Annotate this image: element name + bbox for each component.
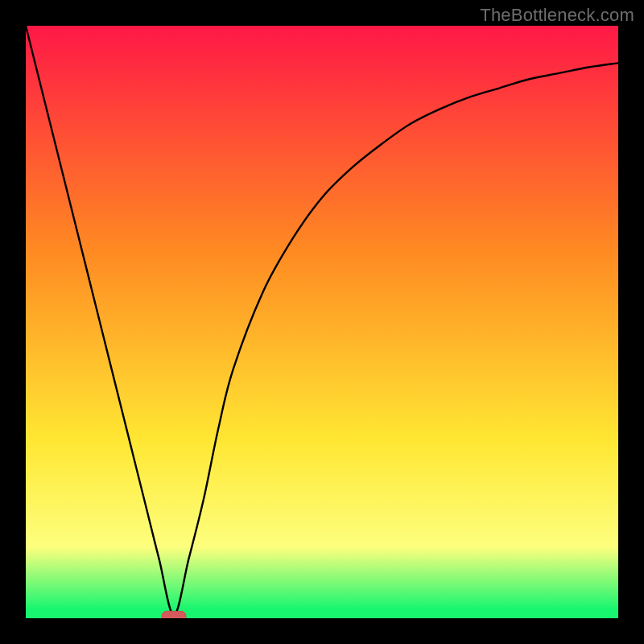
bottleneck-curve bbox=[26, 26, 618, 615]
curve-layer bbox=[26, 26, 618, 618]
chart-frame: TheBottleneck.com bbox=[0, 0, 644, 644]
optimum-marker bbox=[162, 611, 186, 618]
plot-area bbox=[26, 26, 618, 618]
watermark-text: TheBottleneck.com bbox=[480, 5, 634, 26]
